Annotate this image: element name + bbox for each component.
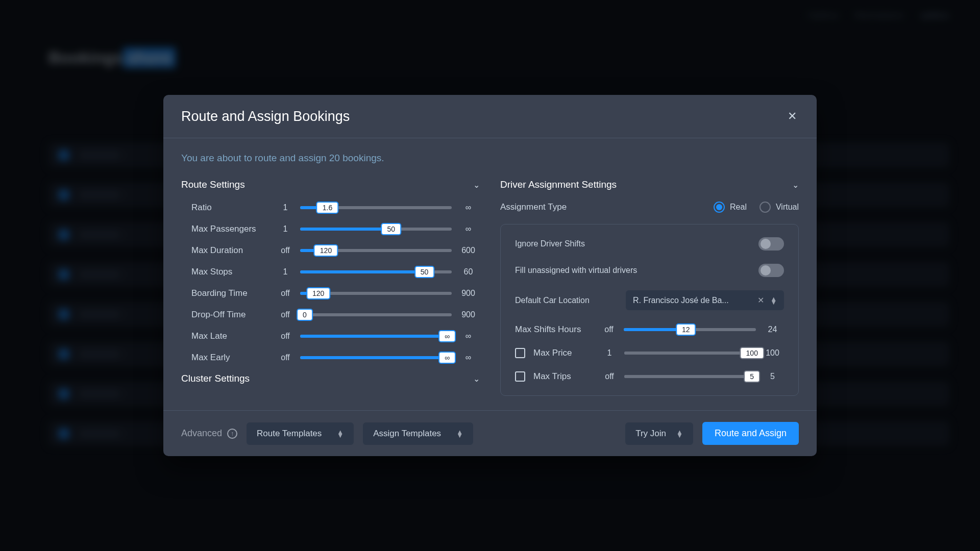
virtual-radio[interactable]: Virtual: [760, 202, 799, 213]
max-price-row: Max Price 1 100 100: [515, 347, 784, 359]
max-shifts-row: Max Shifts Hours off 12 24: [515, 323, 784, 336]
boarding-time-slider[interactable]: 120: [300, 287, 452, 299]
close-button[interactable]: ✕: [786, 108, 799, 125]
select-arrows-icon: ▲▼: [337, 430, 344, 437]
max-passengers-row: Max Passengers 1 50 ∞: [181, 223, 480, 235]
route-settings-header[interactable]: Route Settings ⌄: [181, 179, 480, 190]
max-trips-row: Max Trips off 5 5: [515, 370, 784, 383]
max-early-row: Max Early off ∞ ∞: [181, 352, 480, 364]
real-radio[interactable]: Real: [714, 202, 747, 213]
boarding-time-row: Boarding Time off 120 900: [181, 287, 480, 299]
section-title: Cluster Settings: [181, 373, 250, 384]
ratio-slider[interactable]: 1.6: [300, 202, 452, 214]
max-price-slider[interactable]: 100: [624, 347, 756, 359]
assignment-type-row: Assignment Type Real Virtual: [500, 202, 799, 213]
drop-off-time-row: Drop-Off Time off 0 900: [181, 309, 480, 321]
assign-templates-dropdown[interactable]: Assign Templates ▲▼: [363, 422, 473, 445]
fill-virtual-label: Fill unassigned with virtual drivers: [515, 266, 637, 275]
fill-virtual-toggle[interactable]: [758, 264, 784, 277]
max-duration-row: Max Duration off 120 600: [181, 244, 480, 257]
intro-text: You are about to route and assign 20 boo…: [181, 153, 799, 164]
max-early-slider[interactable]: ∞: [300, 352, 452, 364]
modal-overlay: Route and Assign Bookings ✕ You are abou…: [0, 0, 980, 551]
route-assign-modal: Route and Assign Bookings ✕ You are abou…: [163, 95, 817, 456]
advanced-toggle[interactable]: Advanced ↑: [181, 428, 237, 439]
max-late-row: Max Late off ∞ ∞: [181, 330, 480, 342]
chevron-down-icon: ⌄: [473, 180, 480, 190]
max-trips-checkbox[interactable]: [515, 371, 525, 382]
ignore-shifts-toggle[interactable]: [758, 237, 784, 251]
ignore-shifts-label: Ignore Driver Shifts: [515, 239, 585, 248]
clear-icon[interactable]: ✕: [757, 295, 764, 305]
section-title: Route Settings: [181, 179, 245, 190]
max-trips-slider[interactable]: 5: [624, 370, 756, 383]
max-stops-slider[interactable]: 50: [300, 266, 452, 278]
ratio-row: Ratio 1 1.6 ∞: [181, 202, 480, 214]
arrow-up-icon: ↑: [227, 429, 237, 439]
max-shifts-slider[interactable]: 12: [624, 323, 756, 336]
try-join-button[interactable]: Try Join ▲▼: [625, 422, 693, 445]
chevron-down-icon: ⌄: [473, 374, 480, 384]
route-and-assign-button[interactable]: Route and Assign: [702, 422, 799, 445]
route-templates-dropdown[interactable]: Route Templates ▲▼: [247, 422, 354, 445]
chevron-down-icon: ⌄: [792, 180, 799, 190]
select-arrows-icon: ▲▼: [770, 297, 777, 304]
section-title: Driver Assignment Settings: [500, 179, 617, 190]
max-late-slider[interactable]: ∞: [300, 330, 452, 342]
drop-off-time-slider[interactable]: 0: [300, 309, 452, 321]
max-duration-slider[interactable]: 120: [300, 244, 452, 257]
modal-title: Route and Assign Bookings: [181, 109, 350, 124]
driver-settings-header[interactable]: Driver Assignment Settings ⌄: [500, 179, 799, 190]
cluster-settings-header[interactable]: Cluster Settings ⌄: [181, 373, 480, 384]
default-car-label: Default Car Location: [515, 296, 590, 305]
max-price-checkbox[interactable]: [515, 348, 525, 358]
select-arrows-icon: ▲▼: [456, 430, 463, 437]
driver-settings-box: Ignore Driver Shifts Fill unassigned wit…: [500, 224, 799, 396]
default-car-select[interactable]: R. Francisco José de Ba... ✕ ▲▼: [626, 290, 784, 310]
max-passengers-slider[interactable]: 50: [300, 223, 452, 235]
max-stops-row: Max Stops 1 50 60: [181, 266, 480, 278]
select-arrows-icon: ▲▼: [676, 430, 683, 437]
